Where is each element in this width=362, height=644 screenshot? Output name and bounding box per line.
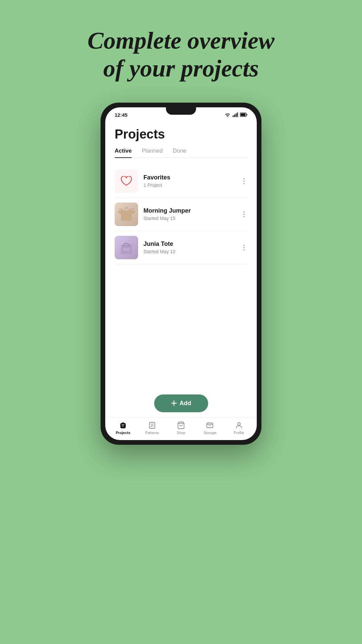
heart-icon [121,176,132,186]
favorites-icon [115,169,138,193]
patterns-nav-label: Patterns [145,431,159,435]
projects-nav-icon [119,421,127,429]
favorites-more-button[interactable] [241,177,247,185]
status-icons [225,112,247,117]
nav-item-profile[interactable]: Profile [229,421,249,435]
add-button-container: Add [115,388,247,418]
phone-screen: 12:45 [105,107,257,440]
favorites-subtitle: 1 Project [143,182,235,188]
junia-tote-date: Started May 10 [143,249,235,254]
sweater-illustration [117,206,136,223]
signal-icon [233,112,238,117]
project-item-junia-tote[interactable]: Junia Tote Started May 10 [115,231,247,264]
plus-icon [171,400,177,406]
nav-item-patterns[interactable]: Patterns [142,421,162,435]
svg-point-9 [238,423,240,425]
project-item-morning-jumper[interactable]: Morning Jumper Started May 15 [115,198,247,231]
junia-tote-name: Junia Tote [143,240,235,248]
add-button[interactable]: Add [154,394,208,412]
status-time: 12:45 [115,112,127,118]
tote-illustration [118,239,135,256]
svg-rect-8 [207,423,213,428]
profile-nav-icon [235,421,243,429]
battery-icon [240,112,247,117]
morning-jumper-date: Started May 15 [143,216,235,221]
svg-rect-5 [241,113,245,116]
nav-item-storage[interactable]: Storage [200,421,220,435]
nav-item-projects[interactable]: Projects [113,421,133,435]
favorites-info: Favorites 1 Project [143,174,235,188]
svg-rect-2 [236,113,237,117]
junia-tote-icon [115,236,138,259]
wifi-icon [225,112,231,117]
svg-rect-1 [234,114,235,117]
svg-rect-3 [237,112,238,117]
tab-planned[interactable]: Planned [142,148,163,158]
add-button-label: Add [180,400,191,407]
patterns-nav-icon [148,421,156,429]
projects-nav-label: Projects [116,431,130,435]
profile-nav-label: Profile [234,431,244,435]
hero-title: Complete overview of your projects [87,27,275,83]
bottom-nav: Projects Patterns Shop [105,418,257,440]
favorites-name: Favorites [143,174,235,181]
junia-tote-more-button[interactable] [241,243,247,252]
morning-jumper-info: Morning Jumper Started May 15 [143,207,235,221]
morning-jumper-icon [115,203,138,226]
morning-jumper-more-button[interactable] [241,210,247,219]
svg-rect-6 [123,248,130,251]
svg-rect-0 [233,115,234,117]
projects-title: Projects [115,127,247,142]
morning-jumper-name: Morning Jumper [143,207,235,214]
nav-item-shop[interactable]: Shop [171,421,191,435]
shop-nav-icon [177,421,185,429]
storage-nav-label: Storage [203,431,217,435]
junia-tote-info: Junia Tote Started May 10 [143,240,235,254]
phone-notch [166,107,196,115]
project-item-favorites[interactable]: Favorites 1 Project [115,165,247,198]
tabs-container: Active Planned Done [115,148,247,158]
app-content: Projects Active Planned Done [105,120,257,418]
tab-active[interactable]: Active [115,148,132,158]
tab-done[interactable]: Done [173,148,186,158]
phone-frame: 12:45 [101,103,261,445]
project-list: Favorites 1 Project [115,165,247,388]
shop-nav-label: Shop [177,431,185,435]
storage-nav-icon [206,421,214,429]
